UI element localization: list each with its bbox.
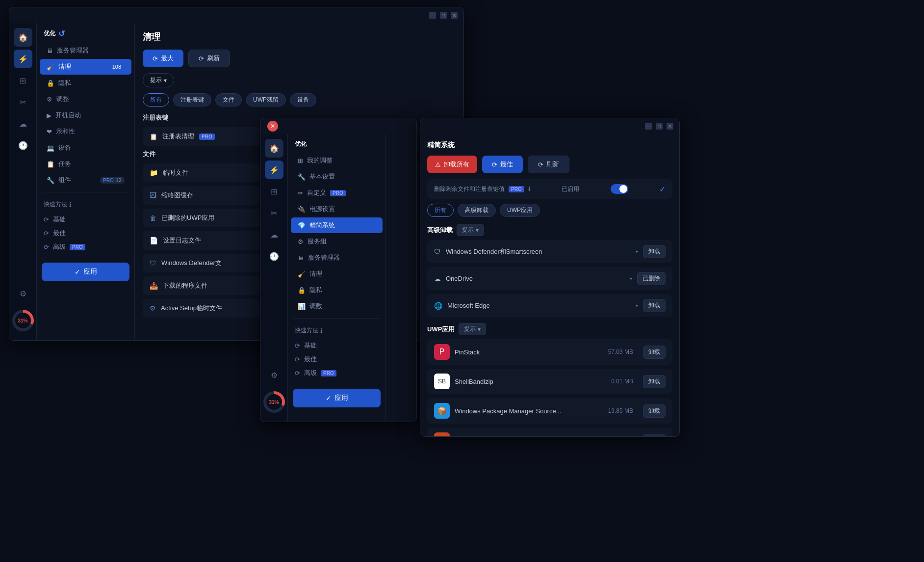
uwp-section-header: UWP应用 提示 ▾: [427, 323, 672, 335]
icon-history-middle[interactable]: 🕐: [265, 247, 283, 266]
winpackage-size: 13.85 MB: [608, 407, 633, 414]
maximize-right[interactable]: □: [656, 123, 663, 130]
service-manager-m-icon: 🖥: [298, 254, 304, 262]
advanced-hint-button[interactable]: 提示 ▾: [457, 224, 484, 236]
edge-item[interactable]: 🌐 Microsoft Edge ▾ 卸载: [427, 294, 672, 317]
info-pro-badge: PRO: [509, 186, 524, 192]
shellbandizip-uninstall-btn[interactable]: 卸载: [643, 375, 666, 388]
filter-all[interactable]: 所有: [143, 93, 169, 107]
nav-service-group[interactable]: ⚙ 服务组: [291, 234, 383, 249]
content-title: 清理: [143, 31, 456, 43]
sidebar-icon-grid[interactable]: ⊞: [14, 71, 32, 90]
chevron-down-icon: ▾: [164, 77, 167, 84]
qm-best-middle[interactable]: ⟳ 最佳: [295, 352, 379, 366]
maximize-button[interactable]: □: [440, 12, 447, 19]
nav-custom[interactable]: ✏ 自定义 PRO: [291, 185, 383, 201]
middle-title: 优化: [288, 138, 385, 152]
best-button-right[interactable]: ⟳ 最佳: [482, 156, 523, 173]
nav-item-device[interactable]: 💻 设备: [40, 140, 131, 156]
filter-file[interactable]: 文件: [215, 93, 242, 107]
uninstall-all-button[interactable]: ⚠ 卸载所有: [427, 156, 477, 173]
right-filter-uwp[interactable]: UWP应用: [500, 204, 540, 217]
nav-my-adjust[interactable]: ⊞ 我的调整: [291, 153, 383, 168]
right-filter-advanced[interactable]: 高级卸载: [458, 204, 496, 217]
edge-uninstall-btn[interactable]: 卸载: [643, 299, 666, 312]
minimize-right[interactable]: —: [645, 123, 652, 130]
edge-label: Microsoft Edge: [447, 302, 631, 309]
sidebar-icons-middle: 🏠 ⚡ ⊞ ✂ ☁ 🕐 ⚙ 31%: [260, 134, 288, 422]
minimize-button[interactable]: —: [429, 12, 436, 19]
icon-settings-middle[interactable]: ⚙: [265, 366, 283, 384]
icon-tools-middle[interactable]: ✂: [265, 204, 283, 222]
qm-basic-middle[interactable]: ⟳ 基础: [295, 339, 379, 352]
sidebar-icon-history[interactable]: 🕐: [14, 136, 32, 155]
icon-grid-middle[interactable]: ⊞: [265, 182, 283, 201]
power-icon: 🔌: [298, 206, 306, 213]
sidebar-icon-tools[interactable]: ✂: [14, 93, 32, 111]
defender-item[interactable]: 🛡 Windows Defender和Smartscreen ▾ 卸载: [427, 240, 672, 263]
nav-item-adjust[interactable]: ⚙ 调整: [40, 91, 131, 107]
apply-button-main[interactable]: ✓ 最大 应用: [42, 263, 129, 281]
edge-expand-icon: 🌐: [434, 302, 442, 310]
nav-item-service-manager[interactable]: 🖥 服务管理器: [40, 43, 131, 58]
qm-advanced-middle[interactable]: ⟳ 高级 PRO: [295, 366, 379, 380]
nav-item-component[interactable]: 🔧 组件 PRO 12: [40, 172, 131, 188]
powertoys-uninstall-btn[interactable]: 卸载: [643, 434, 666, 437]
window-middle: ✕ 🏠 ⚡ ⊞ ✂ ☁ 🕐 ⚙ 31% 优化 ⊞ 我的调整 🔧: [260, 118, 417, 422]
nav-basic-settings[interactable]: 🔧 基本设置: [291, 169, 383, 185]
nav-item-startup[interactable]: ▶ 开机启动: [40, 107, 131, 123]
toggle-switch[interactable]: [611, 184, 628, 194]
nav-clean-m[interactable]: 🧹 清理: [291, 266, 383, 282]
shellbandizip-name: ShellBandizip: [455, 378, 606, 385]
winpackage-icon: 📦: [434, 403, 450, 419]
nav-item-affinity[interactable]: ❤ 亲和性: [40, 124, 131, 139]
quick-method-advanced[interactable]: ⟳ 高级 PRO: [44, 240, 128, 254]
icon-speed-middle[interactable]: ⚡: [265, 161, 283, 179]
close-button[interactable]: ✕: [451, 12, 458, 19]
refresh-button-right[interactable]: ⟳ 刷新: [528, 156, 569, 173]
sidebar-icon-home[interactable]: 🏠: [14, 28, 32, 47]
sidebar-icon-settings[interactable]: ⚙: [14, 284, 32, 303]
right-section-header: 精简系统: [427, 141, 672, 150]
best-icon: ⟳: [44, 230, 49, 237]
window-middle-body: 🏠 ⚡ ⊞ ✂ ☁ 🕐 ⚙ 31% 优化 ⊞ 我的调整 🔧 基本设置: [260, 134, 416, 422]
nav-item-task[interactable]: 📋 任务: [40, 156, 131, 172]
close-right[interactable]: ✕: [667, 123, 673, 130]
basic-m-icon: ⟳: [295, 342, 300, 349]
nav-slim-system[interactable]: 💎 精简系统: [291, 217, 383, 233]
defender-uninstall-btn[interactable]: 卸载: [643, 245, 666, 258]
filter-uwp[interactable]: UWP残留: [246, 93, 286, 107]
best-icon-right: ⟳: [492, 161, 497, 168]
close-button-middle[interactable]: ✕: [267, 121, 278, 132]
right-filter-all[interactable]: 所有: [427, 204, 454, 217]
onedrive-deleted-btn[interactable]: 已删除: [637, 272, 666, 285]
filter-device[interactable]: 设备: [290, 93, 316, 107]
quick-method-basic[interactable]: ⟳ 基础: [44, 213, 128, 226]
custom-pro-badge: PRO: [330, 190, 346, 196]
advanced-uninstall-header: 高级卸载 提示 ▾: [427, 224, 672, 236]
nav-service-manager-m[interactable]: 🖥 服务管理器: [291, 250, 383, 266]
hint-button[interactable]: 提示 ▾: [143, 73, 174, 87]
filter-registry[interactable]: 注册表键: [173, 93, 211, 107]
quick-method-best[interactable]: ⟳ 最佳: [44, 226, 128, 240]
pinstack-uninstall-btn[interactable]: 卸载: [643, 346, 666, 359]
nav-privacy-m[interactable]: 🔒 隐私: [291, 282, 383, 298]
nav-item-clean[interactable]: 🧹 清理 108: [40, 59, 131, 75]
onedrive-expand-icon: ☁: [434, 275, 441, 283]
max-button[interactable]: ⟳ 最大: [143, 50, 183, 67]
uwp-hint-button[interactable]: 提示 ▾: [459, 323, 486, 335]
icon-cloud-middle[interactable]: ☁: [265, 225, 283, 244]
onedrive-item[interactable]: ☁ OneDrive ▾ 已删除: [427, 267, 672, 290]
refresh-button[interactable]: ⟳ 刷新: [188, 50, 230, 67]
sidebar-icon-cloud[interactable]: ☁: [14, 114, 32, 133]
affinity-icon: ❤: [47, 128, 52, 135]
sidebar-icon-speed[interactable]: ⚡: [14, 50, 32, 68]
task-icon: 📋: [47, 161, 54, 168]
nav-item-privacy[interactable]: 🔒 隐私: [40, 75, 131, 91]
max-icon: ⟳: [153, 55, 158, 62]
nav-power[interactable]: 🔌 电源设置: [291, 201, 383, 217]
icon-home-middle[interactable]: 🏠: [265, 139, 283, 158]
nav-adjust-m[interactable]: 📊 调数: [291, 298, 383, 314]
apply-button-middle[interactable]: ✓ 应用: [293, 389, 381, 407]
winpackage-uninstall-btn[interactable]: 卸载: [643, 404, 666, 418]
